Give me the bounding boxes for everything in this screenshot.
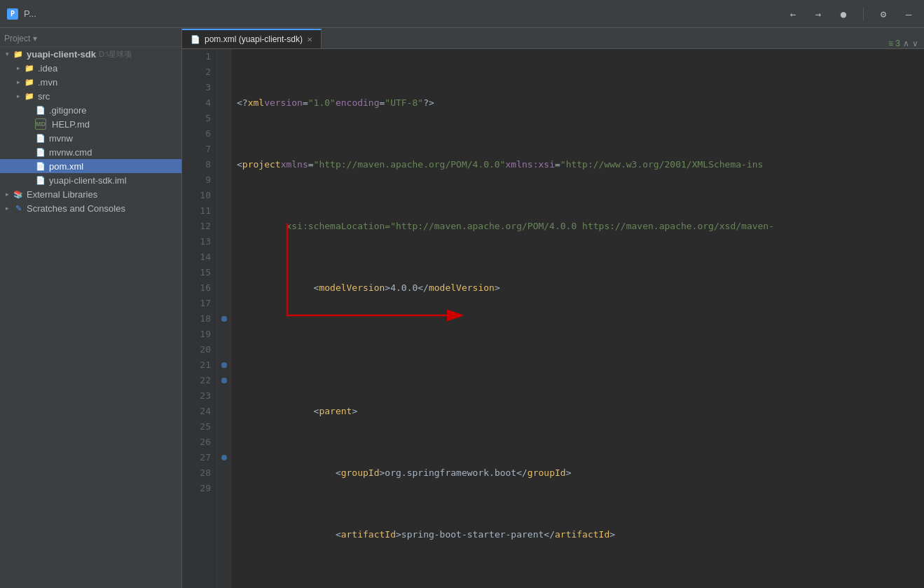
file-icon: 📄 xyxy=(35,175,46,186)
sidebar-item-helpmd[interactable]: MD HELP.md xyxy=(0,117,181,131)
code-line: <?xml version="1.0" encoding="UTF-8"?> xyxy=(237,95,918,111)
project-label: Project ▾ xyxy=(4,34,37,43)
sidebar-item-label: .gitignore xyxy=(49,105,86,116)
title-bar-text: P... xyxy=(24,8,36,19)
gutter xyxy=(217,49,231,588)
code-line: <project xmlns="http://maven.apache.org/… xyxy=(237,157,918,172)
code-editor: 1 2 3 4 5 6 7 8 9 10 11 12 13 14 15 16 1… xyxy=(182,49,924,588)
toolbar-navigate-back[interactable]: ← xyxy=(785,6,801,22)
arrow-icon xyxy=(25,120,34,128)
folder-icon: 📁 xyxy=(24,76,35,88)
title-bar: P P... ← → ● ⚙ ― xyxy=(0,0,924,28)
file-icon: 📄 xyxy=(35,146,46,158)
sidebar-item-label: yuapi-client-sdk xyxy=(27,49,96,60)
arrow-icon xyxy=(25,134,34,142)
sidebar-item-sublabel: D:\星球项 xyxy=(99,49,132,60)
scratch-icon: ✎ xyxy=(13,203,24,214)
toolbar-settings[interactable]: ⚙ xyxy=(875,6,892,22)
match-count: ≡ 3 xyxy=(888,39,900,48)
code-content[interactable]: <?xml version="1.0" encoding="UTF-8"?> <… xyxy=(231,49,924,588)
tab-bar: 📄 pom.xml (yuapi-client-sdk) ✕ ≡ 3 ∧ ∨ xyxy=(182,28,924,49)
tab-label: pom.xml (yuapi-client-sdk) xyxy=(205,34,303,44)
sidebar-item-label: Scratches and Consoles xyxy=(27,203,125,214)
sidebar-item-iml[interactable]: 📄 yuapi-client-sdk.iml xyxy=(0,173,181,187)
sidebar-project-header: Project ▾ xyxy=(0,31,181,47)
arrow-icon xyxy=(25,106,34,114)
sidebar-item-label: pom.xml xyxy=(49,161,83,172)
arrow-icon xyxy=(3,50,11,58)
arrow-icon xyxy=(14,78,22,86)
tab-xml-icon: 📄 xyxy=(191,35,200,44)
line-numbers: 1 2 3 4 5 6 7 8 9 10 11 12 13 14 15 16 1… xyxy=(182,49,217,588)
sidebar-item-mvnwcmd[interactable]: 📄 mvnw.cmd xyxy=(0,145,181,159)
toolbar-home[interactable]: ● xyxy=(835,6,852,22)
tab-bar-right: ≡ 3 ∧ ∨ xyxy=(888,39,924,48)
sidebar-item-pomxml[interactable]: 📄 pom.xml xyxy=(0,159,181,173)
code-line xyxy=(237,342,918,357)
code-line: <groupId>org.springframework.boot</group… xyxy=(237,465,918,481)
folder-icon: 📁 xyxy=(24,90,35,102)
file-icon: MD xyxy=(35,118,46,130)
xml-icon: 📄 xyxy=(35,160,46,172)
nav-down-button[interactable]: ∨ xyxy=(912,39,918,48)
sidebar-item-src[interactable]: 📁 src xyxy=(0,89,181,103)
editor-area: 📄 pom.xml (yuapi-client-sdk) ✕ ≡ 3 ∧ ∨ 1… xyxy=(182,28,924,588)
toolbar-minimize[interactable]: ― xyxy=(900,6,917,22)
arrow-icon xyxy=(25,162,34,170)
tab-close-button[interactable]: ✕ xyxy=(307,36,312,43)
app-icon: P xyxy=(7,8,18,20)
sidebar-item-mvnw[interactable]: 📄 mvnw xyxy=(0,131,181,145)
code-line: xsi:schemaLocation="http://maven.apache.… xyxy=(237,219,918,234)
code-line: <modelVersion>4.0.0</modelVersion> xyxy=(237,280,918,296)
folder-icon: 📁 xyxy=(13,48,24,60)
sidebar-item-label: yuapi-client-sdk.iml xyxy=(49,175,127,186)
sidebar-item-gitignore[interactable]: 📄 .gitignore xyxy=(0,103,181,117)
arrow-icon xyxy=(25,176,34,184)
code-line: <parent> xyxy=(237,404,918,419)
sidebar-item-scratches[interactable]: ✎ Scratches and Consoles xyxy=(0,201,181,215)
sidebar-item-label: External Libraries xyxy=(27,189,97,200)
file-icon: 📄 xyxy=(35,132,46,144)
arrow-icon xyxy=(3,204,11,212)
arrow-icon xyxy=(14,64,22,72)
sidebar-item-root[interactable]: 📁 yuapi-client-sdk D:\星球项 xyxy=(0,47,181,61)
folder-icon: 📁 xyxy=(24,62,35,74)
sidebar-item-external-libs[interactable]: 📚 External Libraries xyxy=(0,187,181,201)
library-icon: 📚 xyxy=(13,189,24,200)
code-line: <artifactId>spring-boot-starter-parent</… xyxy=(237,527,918,542)
sidebar-item-label: .idea xyxy=(38,63,57,74)
tab-pom-xml[interactable]: 📄 pom.xml (yuapi-client-sdk) ✕ xyxy=(182,29,322,48)
sidebar-item-mvn[interactable]: 📁 .mvn xyxy=(0,75,181,89)
sidebar-item-label: mvnw.cmd xyxy=(49,147,92,158)
separator xyxy=(863,7,864,21)
arrow-icon xyxy=(3,190,11,198)
arrow-icon xyxy=(25,148,34,156)
arrow-icon xyxy=(14,92,22,100)
sidebar-item-idea[interactable]: 📁 .idea xyxy=(0,61,181,75)
sidebar: Project ▾ 📁 yuapi-client-sdk D:\星球项 📁 .i… xyxy=(0,28,182,588)
sidebar-item-label: .mvn xyxy=(38,77,57,88)
toolbar-navigate-forward[interactable]: → xyxy=(810,6,827,22)
file-icon: 📄 xyxy=(35,104,46,116)
sidebar-item-label: src xyxy=(38,91,50,102)
sidebar-item-label: HELP.md xyxy=(52,119,90,130)
sidebar-item-label: mvnw xyxy=(49,133,73,144)
nav-up-button[interactable]: ∧ xyxy=(903,39,909,48)
